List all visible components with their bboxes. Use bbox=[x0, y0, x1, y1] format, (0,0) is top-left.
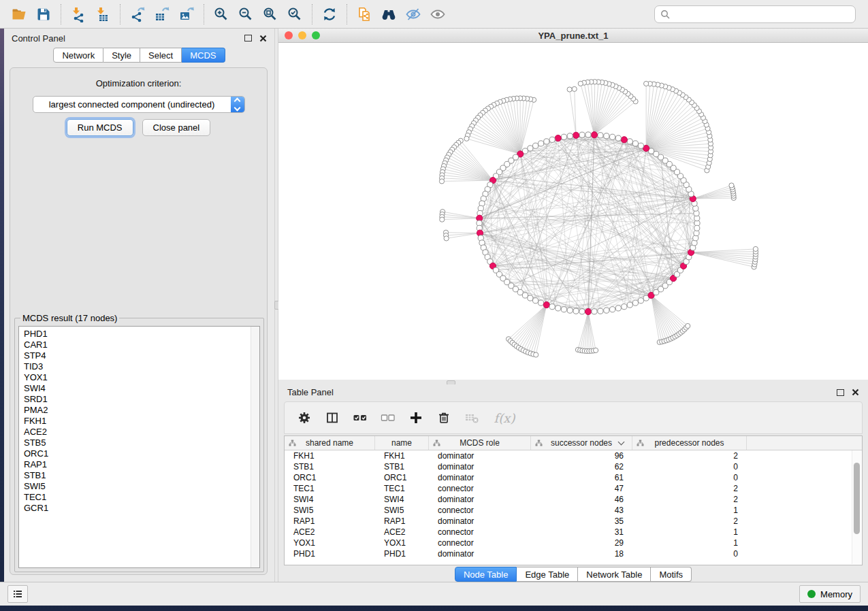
network-node[interactable] bbox=[632, 300, 638, 306]
mcds-result-list[interactable]: PHD1CAR1STP4TID3YOX1SWI4SRD1PMA2FKH1ACE2… bbox=[18, 326, 260, 568]
task-history-button[interactable] bbox=[7, 585, 28, 603]
table-row[interactable]: STB1STB1dominator620 bbox=[285, 461, 862, 472]
mcds-result-item[interactable]: ACE2 bbox=[24, 427, 259, 437]
mcds-result-item[interactable]: RAP1 bbox=[24, 459, 259, 470]
close-panel-button[interactable]: Close panel bbox=[142, 119, 211, 136]
network-node[interactable] bbox=[694, 225, 700, 231]
table-tab-node-table[interactable]: Node Table bbox=[455, 567, 517, 582]
show-all-button[interactable] bbox=[425, 3, 450, 26]
zoom-out-button[interactable] bbox=[234, 3, 258, 26]
leaf-node[interactable] bbox=[439, 179, 444, 184]
zoom-selected-button[interactable] bbox=[283, 3, 307, 26]
mcds-hub-node[interactable] bbox=[573, 132, 579, 138]
leaf-node[interactable] bbox=[567, 87, 572, 92]
close-panel-icon[interactable] bbox=[259, 35, 267, 42]
search-network-button[interactable] bbox=[376, 3, 401, 26]
zoom-fit-button[interactable] bbox=[258, 3, 283, 26]
mcds-result-item[interactable]: CAR1 bbox=[24, 340, 259, 350]
table-tab-network-table[interactable]: Network Table bbox=[578, 567, 651, 582]
network-node[interactable] bbox=[604, 308, 609, 313]
hide-selected-button[interactable] bbox=[401, 3, 425, 26]
leaf-node[interactable] bbox=[644, 81, 649, 86]
leaf-node[interactable] bbox=[729, 183, 734, 188]
table-row[interactable]: PHD1PHD1dominator180 bbox=[285, 548, 862, 559]
table-row[interactable]: SWI4SWI4dominator462 bbox=[285, 494, 862, 505]
table-scrollbar[interactable] bbox=[852, 450, 861, 564]
mcds-result-item[interactable]: TEC1 bbox=[24, 492, 259, 503]
column-header-MCDS-role[interactable]: MCDS role bbox=[429, 436, 531, 450]
leaf-node[interactable] bbox=[440, 217, 445, 222]
run-mcds-button[interactable]: Run MCDS bbox=[67, 119, 133, 136]
network-node[interactable] bbox=[538, 300, 543, 306]
leaf-node[interactable] bbox=[464, 136, 469, 141]
leaf-node[interactable] bbox=[593, 348, 598, 352]
mcds-hub-node[interactable] bbox=[585, 308, 591, 314]
search-input[interactable] bbox=[674, 8, 850, 20]
horizontal-splitter[interactable] bbox=[278, 380, 868, 384]
float-panel-icon[interactable] bbox=[837, 389, 844, 396]
network-node[interactable] bbox=[592, 309, 597, 314]
network-node[interactable] bbox=[627, 302, 632, 308]
network-node[interactable] bbox=[528, 146, 533, 151]
mcds-hub-node[interactable] bbox=[621, 137, 627, 143]
network-node[interactable] bbox=[549, 137, 555, 142]
network-node[interactable] bbox=[638, 298, 643, 303]
network-node[interactable] bbox=[627, 139, 632, 144]
network-canvas[interactable] bbox=[278, 43, 868, 380]
search-box[interactable] bbox=[654, 5, 856, 23]
network-node[interactable] bbox=[561, 307, 566, 312]
table-tab-edge-table[interactable]: Edge Table bbox=[517, 567, 578, 582]
leaf-node[interactable] bbox=[578, 81, 583, 86]
network-node[interactable] bbox=[544, 139, 549, 144]
network-node[interactable] bbox=[533, 143, 539, 148]
show-columns-button[interactable] bbox=[325, 410, 340, 425]
mcds-result-item[interactable]: YOX1 bbox=[24, 372, 259, 383]
leaf-node[interactable] bbox=[686, 323, 690, 328]
table-settings-button[interactable] bbox=[297, 410, 312, 425]
network-node[interactable] bbox=[615, 135, 621, 141]
refresh-button[interactable] bbox=[317, 3, 342, 26]
mcds-result-item[interactable]: GCR1 bbox=[24, 503, 259, 514]
import-table-button[interactable] bbox=[91, 3, 115, 26]
mcds-result-item[interactable]: SWI4 bbox=[24, 383, 259, 394]
network-node[interactable] bbox=[579, 309, 585, 314]
mcds-result-item[interactable]: PHD1 bbox=[24, 329, 259, 340]
mcds-result-item[interactable]: PMA2 bbox=[24, 405, 259, 416]
network-node[interactable] bbox=[556, 306, 561, 311]
delete-column-button[interactable] bbox=[436, 410, 451, 425]
mcds-result-item[interactable]: FKH1 bbox=[24, 416, 259, 427]
network-node[interactable] bbox=[567, 133, 573, 139]
network-node[interactable] bbox=[561, 134, 566, 139]
mcds-result-item[interactable]: STB1 bbox=[24, 470, 259, 481]
table-row[interactable]: RAP1RAP1dominator352 bbox=[285, 516, 862, 527]
share-document-button[interactable] bbox=[352, 3, 376, 26]
network-node[interactable] bbox=[632, 141, 638, 146]
leaf-node[interactable] bbox=[753, 246, 758, 251]
table-row[interactable]: ORC1ORC1dominator610 bbox=[285, 472, 862, 483]
mcds-result-item[interactable]: TID3 bbox=[24, 361, 259, 372]
network-node[interactable] bbox=[573, 308, 579, 314]
column-header-shared-name[interactable]: shared name bbox=[285, 436, 375, 450]
mcds-result-item[interactable]: SWI5 bbox=[24, 481, 259, 492]
mcds-list-scrollbar[interactable] bbox=[251, 327, 259, 567]
network-node[interactable] bbox=[533, 298, 539, 303]
network-node[interactable] bbox=[579, 132, 585, 137]
window-close-icon[interactable] bbox=[285, 31, 293, 39]
mcds-result-item[interactable]: ORC1 bbox=[24, 448, 259, 459]
close-panel-icon[interactable] bbox=[852, 389, 859, 396]
table-row[interactable]: TEC1TEC1connector472 bbox=[285, 483, 862, 494]
network-graph[interactable] bbox=[278, 43, 868, 380]
tab-network[interactable]: Network bbox=[53, 48, 103, 63]
table-row[interactable]: SWI5SWI5connector431 bbox=[285, 505, 862, 516]
network-node[interactable] bbox=[610, 134, 615, 139]
window-maximize-icon[interactable] bbox=[312, 31, 320, 39]
float-panel-icon[interactable] bbox=[244, 35, 252, 42]
open-file-button[interactable] bbox=[7, 3, 31, 26]
table-row[interactable]: YOX1YOX1connector291 bbox=[285, 538, 862, 548]
leaf-node[interactable] bbox=[572, 86, 577, 91]
column-header-predecessor-nodes[interactable]: predecessor nodes bbox=[632, 436, 747, 450]
network-node[interactable] bbox=[549, 304, 555, 310]
export-table-button[interactable] bbox=[150, 3, 174, 26]
leaf-node[interactable] bbox=[444, 236, 449, 241]
network-node[interactable] bbox=[522, 293, 528, 298]
